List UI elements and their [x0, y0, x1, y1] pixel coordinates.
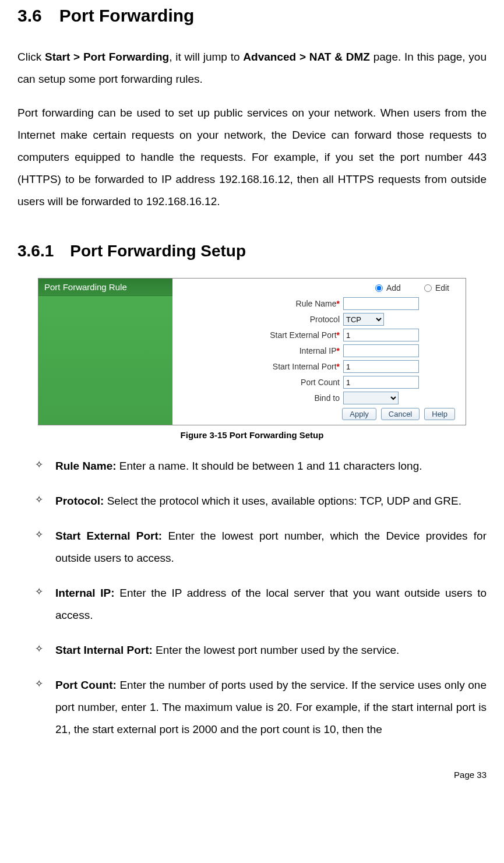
start-internal-port-input[interactable]: [343, 360, 419, 373]
intro-paragraph-1: Click Start > Port Forwarding, it will j…: [17, 46, 487, 90]
apply-button[interactable]: Apply: [342, 408, 376, 420]
port-count-input[interactable]: [343, 376, 419, 389]
bind-to-select[interactable]: [343, 392, 399, 404]
cancel-button[interactable]: Cancel: [381, 408, 420, 420]
nav-path-2: Advanced > NAT & DMZ: [243, 51, 370, 63]
port-forwarding-panel: Port Forwarding Rule Add Edit Rule Name*…: [38, 278, 466, 425]
list-item-label: Port Count:: [55, 679, 117, 691]
start-internal-port-label: Start Internal Port*: [177, 362, 343, 371]
protocol-label: Protocol: [177, 315, 343, 324]
panel-title: Port Forwarding Rule: [38, 279, 172, 296]
panel-form: Add Edit Rule Name* Protocol TCP Start E…: [172, 279, 466, 425]
figure-caption: Figure 3-15 Port Forwarding Setup: [17, 430, 487, 440]
panel-sidebar: Port Forwarding Rule: [38, 279, 172, 425]
protocol-select[interactable]: TCP: [343, 313, 384, 326]
edit-radio-text: Edit: [435, 283, 449, 293]
list-item: Rule Name: Enter a name. It should be be…: [35, 455, 487, 477]
list-item-label: Start External Port:: [55, 530, 162, 542]
list-item-text: Enter the lowest port number used by the…: [153, 644, 400, 656]
list-item-label: Rule Name:: [55, 460, 117, 472]
start-external-port-label: Start External Port*: [177, 330, 343, 340]
section-heading: 3.6 Port Forwarding: [17, 6, 487, 26]
list-item: Start Internal Port: Enter the lowest po…: [35, 639, 487, 661]
port-count-label: Port Count: [177, 378, 343, 387]
list-item-label: Protocol:: [55, 495, 104, 507]
field-description-list: Rule Name: Enter a name. It should be be…: [17, 455, 487, 741]
subsection-heading: 3.6.1 Port Forwarding Setup: [17, 242, 487, 260]
mode-radio-group: Add Edit: [177, 281, 461, 297]
add-radio-text: Add: [386, 283, 401, 293]
edit-radio-label[interactable]: Edit: [424, 283, 449, 293]
internal-ip-label: Internal IP*: [177, 346, 343, 355]
rule-name-label: Rule Name*: [177, 299, 343, 308]
list-item: Internal IP: Enter the IP address of the…: [35, 582, 487, 626]
list-item-text: Enter the number of ports used by the se…: [55, 679, 487, 735]
add-radio[interactable]: [375, 284, 383, 292]
list-item-text: Enter a name. It should be between 1 and…: [117, 460, 422, 472]
list-item-text: Select the protocol which it uses, avail…: [104, 495, 461, 507]
internal-ip-input[interactable]: [343, 344, 419, 357]
list-item: Start External Port: Enter the lowest po…: [35, 525, 487, 569]
intro-paragraph-2: Port forwarding can be used to set up pu…: [17, 102, 487, 213]
list-item-label: Start Internal Port:: [55, 644, 153, 656]
button-row: Apply Cancel Help: [177, 408, 461, 420]
add-radio-label[interactable]: Add: [375, 283, 401, 293]
nav-path-1: Start > Port Forwarding: [45, 51, 169, 63]
help-button[interactable]: Help: [424, 408, 455, 420]
text: Click: [17, 51, 45, 63]
edit-radio[interactable]: [424, 284, 432, 292]
list-item: Protocol: Select the protocol which it u…: [35, 490, 487, 512]
start-external-port-input[interactable]: [343, 329, 419, 341]
rule-name-input[interactable]: [343, 297, 419, 310]
list-item: Port Count: Enter the number of ports us…: [35, 674, 487, 741]
list-item-text: Enter the IP address of the local server…: [55, 587, 487, 621]
list-item-label: Internal IP:: [55, 587, 115, 599]
text: , it will jump to: [169, 51, 243, 63]
page-number: Page 33: [17, 770, 487, 780]
bind-to-label: Bind to: [177, 393, 343, 403]
figure-screenshot: Port Forwarding Rule Add Edit Rule Name*…: [17, 278, 487, 425]
